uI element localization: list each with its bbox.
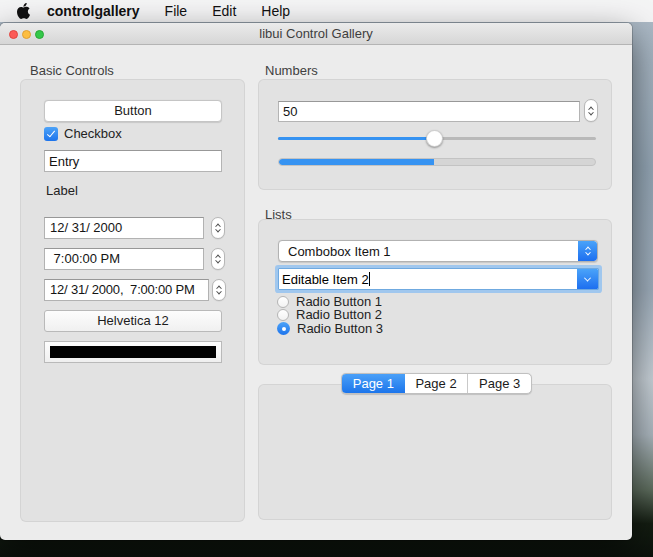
window-title: libui Control Gallery <box>0 23 632 45</box>
text-caret <box>369 272 370 286</box>
menu-edit[interactable]: Edit <box>212 3 236 19</box>
menu-help[interactable]: Help <box>261 3 290 19</box>
radio-label[interactable]: Radio Button 2 <box>296 307 382 322</box>
numbers-section-label: Numbers <box>265 63 318 78</box>
app-window: libui Control Gallery Basic Controls But… <box>0 23 632 540</box>
push-button[interactable]: Button <box>44 100 222 122</box>
tab-page-2[interactable]: Page 2 <box>405 374 468 393</box>
menu-app-name[interactable]: controlgallery <box>47 3 140 19</box>
tab-bar: Page 1 Page 2 Page 3 <box>341 373 532 394</box>
date-picker[interactable]: 12/ 31/ 2000 <box>44 217 204 239</box>
chevron-down-icon <box>585 250 591 256</box>
slider[interactable] <box>278 137 596 140</box>
editable-combobox-dropdown-button[interactable] <box>577 269 598 289</box>
time-picker-stepper[interactable] <box>211 248 225 270</box>
spinbox-field[interactable] <box>278 101 580 122</box>
progress-bar <box>278 158 596 166</box>
combobox-value: Combobox Item 1 <box>279 244 578 259</box>
tab-page-1[interactable]: Page 1 <box>342 374 405 393</box>
spinbox-wrap <box>278 101 580 122</box>
stepper-down-icon <box>216 289 222 295</box>
datetime-picker-stepper[interactable] <box>212 279 226 301</box>
title-bar[interactable]: libui Control Gallery <box>0 23 632 45</box>
time-picker[interactable]: 7:00:00 PM <box>44 248 204 270</box>
radio-button[interactable] <box>277 296 289 308</box>
zoom-button[interactable] <box>35 30 44 39</box>
radio-button[interactable] <box>277 309 289 321</box>
radio-row: Radio Button 3 <box>277 322 383 335</box>
tab-page-3[interactable]: Page 3 <box>467 374 531 393</box>
combobox[interactable]: Combobox Item 1 <box>278 240 598 262</box>
stepper-down-icon <box>215 258 221 264</box>
date-picker-stepper[interactable] <box>211 217 225 239</box>
close-button[interactable] <box>9 30 18 39</box>
apple-menu[interactable] <box>17 3 30 19</box>
radio-row: Radio Button 2 <box>277 308 382 321</box>
check-icon <box>47 128 55 137</box>
checkbox-row: Checkbox <box>44 126 122 141</box>
entry-wrap <box>44 150 222 172</box>
traffic-lights <box>9 30 44 39</box>
spinbox-stepper[interactable] <box>584 99 598 122</box>
color-well[interactable] <box>44 341 222 363</box>
tab-page-box <box>258 384 612 520</box>
radio-button[interactable] <box>277 322 290 335</box>
desktop-wallpaper: controlgallery File Edit Help libui Cont… <box>0 0 653 557</box>
menu-bar: controlgallery File Edit Help <box>0 0 653 22</box>
minimize-button[interactable] <box>22 30 31 39</box>
combobox-arrows <box>578 241 597 261</box>
stepper-down-icon <box>215 227 221 233</box>
datetime-picker[interactable]: 12/ 31/ 2000, 7:00:00 PM <box>44 279 209 301</box>
entry-field[interactable] <box>44 150 222 172</box>
slider-thumb[interactable] <box>426 130 443 147</box>
font-button[interactable]: Helvetica 12 <box>44 310 222 332</box>
slider-fill <box>278 137 434 140</box>
checkbox[interactable] <box>44 127 58 141</box>
checkbox-label[interactable]: Checkbox <box>64 126 122 141</box>
chevron-down-icon <box>584 274 591 281</box>
menu-file[interactable]: File <box>165 3 188 19</box>
radio-label[interactable]: Radio Button 3 <box>297 321 383 336</box>
static-label: Label <box>46 183 78 198</box>
basic-controls-section-label: Basic Controls <box>30 63 114 78</box>
color-well-swatch <box>50 346 216 358</box>
progress-fill <box>279 159 434 165</box>
editable-combobox[interactable]: Editable Item 2 <box>278 268 599 290</box>
apple-icon <box>17 3 30 19</box>
editable-combobox-value[interactable]: Editable Item 2 <box>279 272 577 287</box>
